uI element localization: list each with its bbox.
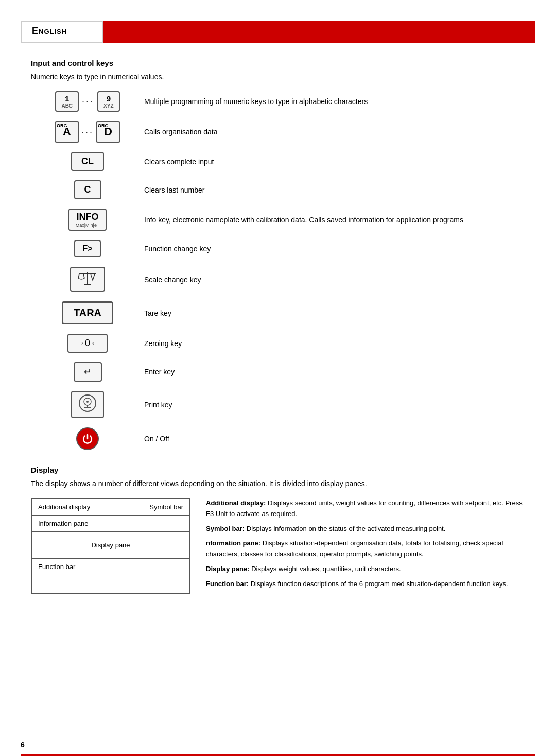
key-cell-org: ORG A ··· ORG D — [31, 121, 144, 143]
key-row-cl: CL Clears complete input — [31, 152, 525, 171]
input-keys-intro: Numeric keys to type in numerical values… — [31, 73, 525, 81]
desc-information-term: nformation pane: — [206, 539, 260, 547]
key-desc-numeric: Multiple programming of numeric keys to … — [144, 97, 525, 106]
display-section: Display The display shows a number of di… — [31, 466, 525, 594]
key-1: 1 ABC — [55, 91, 79, 112]
key-row-print: Print key — [31, 391, 525, 418]
key-row-c: C Clears last number — [31, 180, 525, 199]
desc-symbol-term: Symbol bar: — [206, 525, 245, 532]
key-f-box: F> — [74, 240, 100, 257]
key-row-onoff: On / Off — [31, 427, 525, 450]
key-row-zero: →0← Zeroing key — [31, 334, 525, 353]
display-row-display-pane: Display pane — [32, 532, 189, 559]
key-enter-box: ↵ — [74, 362, 102, 382]
key-desc-cl: Clears complete input — [144, 158, 525, 166]
footer: 6 — [0, 735, 556, 756]
key-info-box: INFO Max|Min|e= — [68, 209, 107, 231]
display-row-function: Function bar — [32, 559, 189, 575]
main-content: Input and control keys Numeric keys to t… — [0, 59, 556, 594]
display-row-info: Information pane — [32, 516, 189, 532]
key-cell-info: INFO Max|Min|e= — [31, 209, 144, 231]
key-org-d: ORG D — [96, 121, 120, 143]
key-9: 9 XYZ — [97, 91, 119, 112]
key-onoff-button — [76, 427, 99, 450]
key-cell-tara: TARA — [31, 301, 144, 324]
key-desc-enter: Enter key — [144, 368, 525, 376]
display-diagram-wrapper: Additional display Symbol bar Informatio… — [31, 498, 525, 594]
desc-additional: Additional display: Displays second unit… — [206, 498, 525, 520]
key-cell-print — [31, 391, 144, 418]
key-org-a: ORG A — [55, 121, 79, 143]
key-cell-enter: ↵ — [31, 362, 144, 382]
key-row-f: F> Function change key — [31, 240, 525, 257]
desc-additional-term: Additional display: — [206, 499, 266, 507]
desc-display-pane-term: Display pane: — [206, 565, 250, 573]
symbol-bar-label: Symbol bar — [149, 503, 183, 511]
display-row-additional: Additional display Symbol bar — [32, 499, 189, 516]
page-number: 6 — [21, 741, 25, 749]
key-dots-org: ··· — [81, 127, 94, 138]
key-cell-cl: CL — [31, 152, 144, 171]
key-print-icon — [71, 391, 104, 418]
display-descriptions: Additional display: Displays second unit… — [206, 498, 525, 594]
key-desc-info: Info key, electronic nameplate with cali… — [144, 216, 525, 224]
footer-content: 6 — [0, 735, 556, 754]
display-pane-label: Display pane — [91, 541, 130, 549]
key-desc-print: Print key — [144, 401, 525, 409]
key-numeric-group: 1 ABC ··· 9 XYZ — [55, 91, 119, 112]
desc-information: nformation pane: Displays situation-depe… — [206, 538, 525, 560]
key-desc-tara: Tare key — [144, 309, 525, 317]
key-row-scale: Scale change key — [31, 267, 525, 292]
key-row-enter: ↵ Enter key — [31, 362, 525, 382]
key-desc-onoff: On / Off — [144, 435, 525, 443]
page-header: English — [21, 21, 535, 43]
key-scale-icon — [70, 267, 105, 292]
header-red-bar — [103, 21, 535, 43]
svg-point-6 — [86, 401, 89, 403]
additional-display-label: Additional display — [38, 503, 90, 511]
desc-symbol: Symbol bar: Displays information on the … — [206, 524, 525, 535]
key-dots-1: ··· — [82, 96, 94, 107]
key-cell-onoff — [31, 427, 144, 450]
desc-function-bar: Function bar: Displays function descript… — [206, 579, 525, 590]
input-keys-title: Input and control keys — [31, 59, 525, 67]
svg-marker-2 — [91, 274, 95, 280]
key-row-tara: TARA Tare key — [31, 301, 525, 324]
key-tara-box: TARA — [62, 301, 113, 324]
key-cell-f: F> — [31, 240, 144, 257]
desc-function-bar-term: Function bar: — [206, 580, 249, 588]
key-desc-f: Function change key — [144, 245, 525, 253]
key-cell-numeric: 1 ABC ··· 9 XYZ — [31, 91, 144, 112]
key-cell-scale — [31, 267, 144, 292]
key-desc-scale: Scale change key — [144, 276, 525, 284]
svg-point-4 — [79, 395, 96, 411]
key-org-group: ORG A ··· ORG D — [55, 121, 120, 143]
language-label: English — [21, 21, 103, 43]
information-pane-label: Information pane — [38, 520, 89, 527]
footer-red-line — [21, 754, 535, 756]
key-zero-box: →0← — [67, 334, 108, 353]
key-cell-zero: →0← — [31, 334, 144, 353]
key-cell-c: C — [31, 180, 144, 199]
key-desc-org: Calls organisation data — [144, 128, 525, 136]
key-c-box: C — [74, 180, 101, 199]
display-diagram: Additional display Symbol bar Informatio… — [31, 498, 190, 594]
key-row-numeric: 1 ABC ··· 9 XYZ Multiple programming of … — [31, 91, 525, 112]
key-cl-box: CL — [71, 152, 104, 171]
display-intro: The display shows a number of different … — [31, 479, 525, 488]
desc-display-pane: Display pane: Displays weight values, qu… — [206, 564, 525, 575]
display-title: Display — [31, 466, 525, 474]
key-desc-c: Clears last number — [144, 186, 525, 194]
function-bar-label: Function bar — [38, 563, 75, 571]
key-row-org: ORG A ··· ORG D Calls organisation data — [31, 121, 525, 143]
key-desc-zero: Zeroing key — [144, 339, 525, 348]
key-row-info: INFO Max|Min|e= Info key, electronic nam… — [31, 209, 525, 231]
